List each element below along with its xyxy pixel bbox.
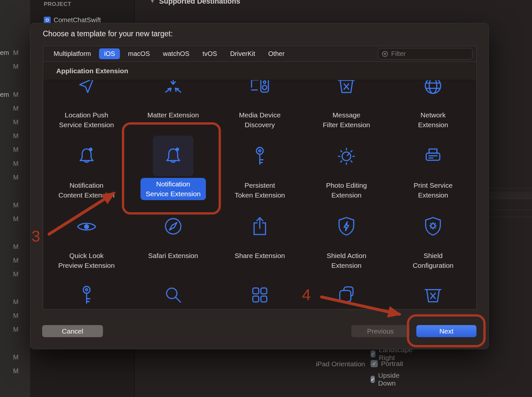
template-icon-wrap bbox=[162, 215, 185, 238]
sheet-title: Choose a template for your new target: bbox=[43, 29, 173, 38]
tab-watchos[interactable]: watchOS bbox=[163, 48, 190, 59]
template-icon-wrap bbox=[162, 80, 185, 97]
modified-mark: M bbox=[13, 174, 19, 181]
supported-destinations-title: Supported Destinations bbox=[159, 0, 240, 6]
modified-mark: M bbox=[13, 215, 19, 223]
source-gutter: emMMemMMMMMMMMMMMMMMMMM bbox=[0, 0, 30, 397]
template-grid-row: Location PushService ExtensionMatter Ext… bbox=[43, 80, 476, 145]
shield-bolt-icon bbox=[335, 215, 358, 238]
modified-mark: M bbox=[13, 367, 19, 375]
modified-mark: M bbox=[13, 118, 19, 126]
template-icon-wrap bbox=[335, 145, 358, 167]
annotation-box-template bbox=[122, 122, 221, 215]
template-photo-editing-extension[interactable]: Photo EditingExtension bbox=[303, 145, 390, 215]
gutter-row: M bbox=[0, 367, 30, 375]
modified-mark: M bbox=[13, 243, 19, 250]
checkbox-checked-icon[interactable]: ✓ bbox=[371, 360, 378, 367]
template-label: Safari Extension bbox=[148, 251, 198, 261]
template-icon-wrap bbox=[75, 80, 98, 97]
tab-ios[interactable]: iOS bbox=[99, 48, 120, 59]
gutter-text: em bbox=[0, 91, 9, 98]
template-label: Media DeviceDiscovery bbox=[239, 110, 280, 130]
gutter-row: M bbox=[0, 174, 30, 181]
template-icon-wrap bbox=[248, 145, 271, 167]
app-grid-icon bbox=[248, 284, 271, 306]
modified-mark: M bbox=[13, 257, 19, 264]
template-label: Quick LookPreview Extension bbox=[58, 251, 115, 270]
tab-multiplatform[interactable]: Multiplatform bbox=[54, 48, 91, 59]
template-shield-configuration[interactable]: ShieldConfiguration bbox=[390, 215, 476, 285]
template-label: ShieldConfiguration bbox=[413, 251, 454, 270]
gutter-text: em bbox=[0, 49, 9, 57]
template-share-extension[interactable]: Share Extension bbox=[216, 215, 303, 285]
tab-other[interactable]: Other bbox=[268, 48, 285, 59]
sticker-icon bbox=[335, 284, 358, 306]
background-table-line bbox=[489, 210, 532, 210]
template-sticker-icon[interactable] bbox=[303, 284, 390, 309]
template-label: MessageFilter Extension bbox=[323, 110, 370, 130]
template-key-icon[interactable] bbox=[43, 284, 130, 309]
gutter-row: M bbox=[0, 201, 30, 209]
gutter-row: M bbox=[0, 298, 30, 306]
filter-field[interactable] bbox=[378, 48, 473, 60]
template-shield-action-extension[interactable]: Shield ActionExtension bbox=[303, 215, 390, 285]
gutter-row: M bbox=[0, 146, 30, 154]
gutter-row: emM bbox=[0, 49, 30, 57]
checkbox-checked-icon[interactable]: ✓ bbox=[371, 376, 375, 383]
notification-bell-icon bbox=[75, 145, 98, 167]
modified-mark: M bbox=[13, 49, 19, 57]
modified-mark: M bbox=[13, 298, 19, 306]
modified-mark: M bbox=[13, 326, 19, 333]
safari-compass-icon bbox=[162, 215, 185, 238]
template-network-extension[interactable]: NetworkExtension bbox=[390, 80, 476, 145]
template-icon-wrap bbox=[248, 80, 271, 97]
cancel-button[interactable]: Cancel bbox=[42, 325, 103, 337]
template-basket-x-icon[interactable] bbox=[390, 284, 476, 309]
gutter-row: M bbox=[0, 243, 30, 251]
template-media-device-discovery[interactable]: Media DeviceDiscovery bbox=[216, 80, 303, 145]
template-print-service-extension[interactable]: Print ServiceExtension bbox=[390, 145, 476, 215]
modified-mark: M bbox=[13, 201, 19, 209]
template-icon-wrap bbox=[75, 215, 98, 238]
app-target-icon bbox=[44, 17, 51, 24]
xcode-window: emMMemMMMMMMMMMMMMMMMMM PROJECT CometCha… bbox=[0, 0, 532, 397]
gutter-row: M bbox=[0, 257, 30, 265]
template-label: PersistentToken Extension bbox=[235, 181, 285, 200]
ipad-orientation-label: iPad Orientation bbox=[296, 360, 365, 368]
tab-macos[interactable]: macOS bbox=[128, 48, 150, 59]
template-message-filter-extension[interactable]: MessageFilter Extension bbox=[303, 80, 390, 145]
modified-mark: M bbox=[13, 105, 19, 112]
template-app-grid-icon[interactable] bbox=[216, 284, 303, 309]
checkbox-checked-icon[interactable]: ✓ bbox=[371, 350, 375, 357]
template-icon-wrap bbox=[422, 80, 444, 97]
disclosure-chevron-icon[interactable]: ▼ bbox=[150, 0, 155, 5]
template-chooser: MultiplatformiOSmacOSwatchOStvOSDriverKi… bbox=[43, 46, 477, 309]
template-icon-wrap bbox=[162, 284, 185, 306]
template-icon-wrap bbox=[248, 284, 271, 306]
template-grid-row: NotificationContent ExtensionNotificatio… bbox=[43, 145, 476, 215]
template-search-icon[interactable] bbox=[130, 284, 216, 309]
template-icon-wrap bbox=[422, 215, 444, 238]
template-label: NotificationContent Extension bbox=[58, 181, 115, 200]
template-label: Location PushService Extension bbox=[59, 110, 114, 130]
tab-tvos[interactable]: tvOS bbox=[203, 48, 217, 59]
template-safari-extension[interactable]: Safari Extension bbox=[130, 215, 216, 285]
template-notification-content-extension[interactable]: NotificationContent Extension bbox=[43, 145, 130, 215]
annotation-step-3: 3 bbox=[31, 227, 40, 245]
gutter-row: M bbox=[0, 63, 30, 71]
template-quick-look-preview-extension[interactable]: Quick LookPreview Extension bbox=[43, 215, 130, 285]
gutter-row: M bbox=[0, 215, 30, 223]
filter-input[interactable] bbox=[391, 50, 469, 58]
gutter-row: M bbox=[0, 312, 30, 320]
template-icon-wrap bbox=[75, 145, 98, 167]
printer-icon bbox=[422, 145, 444, 167]
supported-destinations-header: ▼ Supported Destinations bbox=[150, 0, 240, 6]
modified-mark: M bbox=[13, 270, 19, 278]
tab-driverkit[interactable]: DriverKit bbox=[230, 48, 255, 59]
background-table-line bbox=[489, 188, 532, 188]
template-grid-row bbox=[43, 284, 476, 309]
template-icon-wrap bbox=[335, 80, 358, 97]
template-location-push-service-extension[interactable]: Location PushService Extension bbox=[43, 80, 130, 145]
previous-button[interactable]: Previous bbox=[351, 325, 409, 337]
template-persistent-token-extension[interactable]: PersistentToken Extension bbox=[216, 145, 303, 215]
